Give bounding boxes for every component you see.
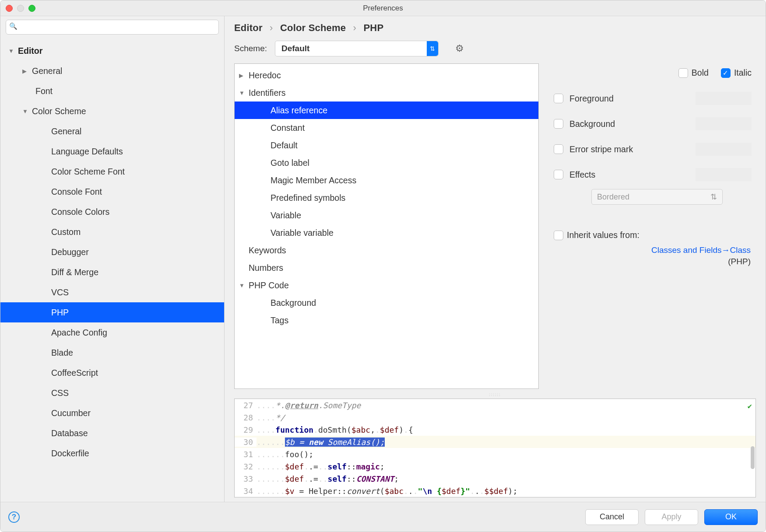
search-wrap: 🔍 (0, 16, 224, 38)
crumb[interactable]: Editor (234, 22, 263, 33)
close-icon[interactable] (6, 5, 13, 12)
scheme-label: Scheme: (234, 44, 267, 53)
gear-icon[interactable]: ⚙ (455, 43, 464, 54)
chevron-right-icon: › (349, 22, 361, 33)
foreground-checkbox[interactable] (554, 94, 563, 103)
tree-item-php[interactable]: PHP (0, 302, 224, 322)
cat-heredoc[interactable]: ▶Heredoc (235, 66, 538, 84)
breadcrumb: Editor › Color Scheme › PHP (225, 16, 766, 38)
tree-item[interactable]: Custom (0, 222, 224, 242)
chevron-down-icon: ▼ (239, 282, 249, 289)
scrollbar-thumb[interactable] (751, 446, 755, 469)
search-input[interactable] (6, 20, 219, 35)
tree-item[interactable]: CSS (0, 383, 224, 403)
error-stripe-swatch[interactable] (696, 143, 752, 156)
body: 🔍 ▼Editor ▶General Font ▼Color Scheme Ge… (0, 16, 766, 502)
tree-item[interactable]: VCS (0, 282, 224, 302)
minimize-icon[interactable] (17, 5, 24, 12)
tree-item[interactable]: Database (0, 423, 224, 443)
cat-variable-variable[interactable]: Variable variable (235, 224, 538, 242)
check-ok-icon: ✔ (748, 402, 752, 410)
titlebar: Preferences (0, 0, 766, 16)
content-row: ▶Heredoc ▼Identifiers Alias reference Co… (225, 63, 766, 392)
tree-item[interactable]: Color Scheme Font (0, 161, 224, 182)
tree-item[interactable]: Console Colors (0, 202, 224, 222)
foreground-swatch[interactable] (696, 92, 752, 105)
ok-button[interactable]: OK (704, 509, 758, 525)
category-tree[interactable]: ▶Heredoc ▼Identifiers Alias reference Co… (234, 63, 539, 389)
italic-checkbox[interactable]: ✓Italic (721, 68, 752, 78)
check-icon: ✓ (721, 68, 731, 78)
tree-font[interactable]: Font (0, 81, 224, 101)
bold-checkbox[interactable]: Bold (678, 68, 709, 78)
main-panel: Editor › Color Scheme › PHP Scheme: Defa… (225, 16, 766, 502)
tree-item[interactable]: Dockerfile (0, 443, 224, 463)
cat-keywords[interactable]: Keywords (235, 242, 538, 259)
scheme-value: Default (275, 44, 427, 53)
sidebar: 🔍 ▼Editor ▶General Font ▼Color Scheme Ge… (0, 16, 225, 502)
effect-type-select[interactable]: Bordered⇅ (591, 189, 723, 205)
tree-item[interactable]: Language Defaults (0, 141, 224, 161)
updown-icon: ⇅ (710, 192, 717, 202)
tree-item[interactable]: General (0, 121, 224, 141)
scheme-row: Scheme: Default ⇅ ⚙ (225, 38, 766, 63)
preferences-window: Preferences 🔍 ▼Editor ▶General Font ▼Col… (0, 0, 766, 532)
crumb: PHP (363, 22, 383, 33)
cat-magic-member[interactable]: Magic Member Access (235, 172, 538, 189)
code-preview: ✔ 27....*.@return.SomeType 28....*/ 29..… (234, 399, 756, 497)
footer: ? Cancel Apply OK (0, 502, 766, 532)
inherit-link[interactable]: Classes and Fields→Class(PHP) (554, 245, 756, 266)
tree-editor[interactable]: ▼Editor (0, 41, 224, 61)
attributes-panel: Bold ✓Italic Foreground Background Error… (554, 63, 756, 389)
cat-constant[interactable]: Constant (235, 119, 538, 136)
tree-item[interactable]: Console Font (0, 182, 224, 202)
window-controls (6, 5, 35, 12)
tree-item[interactable]: CoffeeScript (0, 363, 224, 383)
cat-tags[interactable]: Tags (235, 312, 538, 329)
cancel-button[interactable]: Cancel (585, 509, 639, 525)
cat-variable[interactable]: Variable (235, 206, 538, 224)
drag-handle-icon[interactable]: :::::: (234, 392, 756, 397)
tree-item[interactable]: Apache Config (0, 322, 224, 343)
cat-alias-reference[interactable]: Alias reference (235, 102, 538, 119)
updown-icon: ⇅ (427, 41, 438, 56)
background-swatch[interactable] (696, 117, 752, 130)
cat-identifiers[interactable]: ▼Identifiers (235, 84, 538, 102)
crumb[interactable]: Color Scheme (280, 22, 346, 33)
tree-item[interactable]: Blade (0, 343, 224, 363)
cat-default[interactable]: Default (235, 136, 538, 154)
background-checkbox[interactable] (554, 119, 563, 129)
tree-item[interactable]: Diff & Merge (0, 262, 224, 282)
cat-predefined[interactable]: Predefined symbols (235, 189, 538, 206)
cat-php-code[interactable]: ▼PHP Code (235, 276, 538, 294)
cat-numbers[interactable]: Numbers (235, 259, 538, 276)
scheme-select[interactable]: Default ⇅ (275, 41, 439, 56)
chevron-right-icon: ▶ (239, 72, 249, 79)
tree-color-scheme[interactable]: ▼Color Scheme (0, 101, 224, 121)
window-title: Preferences (0, 4, 766, 13)
chevron-down-icon: ▼ (239, 90, 249, 96)
error-stripe-checkbox[interactable] (554, 144, 563, 154)
zoom-icon[interactable] (28, 5, 35, 12)
effects-checkbox[interactable] (554, 170, 563, 179)
inherit-checkbox[interactable]: Inherit values from: (554, 230, 756, 240)
cat-background[interactable]: Background (235, 294, 538, 312)
tree-item[interactable]: Debugger (0, 242, 224, 262)
apply-button[interactable]: Apply (645, 509, 698, 525)
chevron-right-icon: › (265, 22, 278, 33)
cat-goto-label[interactable]: Goto label (235, 154, 538, 172)
tree-item[interactable]: Cucumber (0, 403, 224, 423)
tree-general[interactable]: ▶General (0, 61, 224, 81)
search-icon: 🔍 (9, 22, 18, 30)
effects-swatch[interactable] (696, 168, 752, 181)
help-icon[interactable]: ? (8, 511, 20, 523)
settings-tree[interactable]: ▼Editor ▶General Font ▼Color Scheme Gene… (0, 38, 224, 502)
